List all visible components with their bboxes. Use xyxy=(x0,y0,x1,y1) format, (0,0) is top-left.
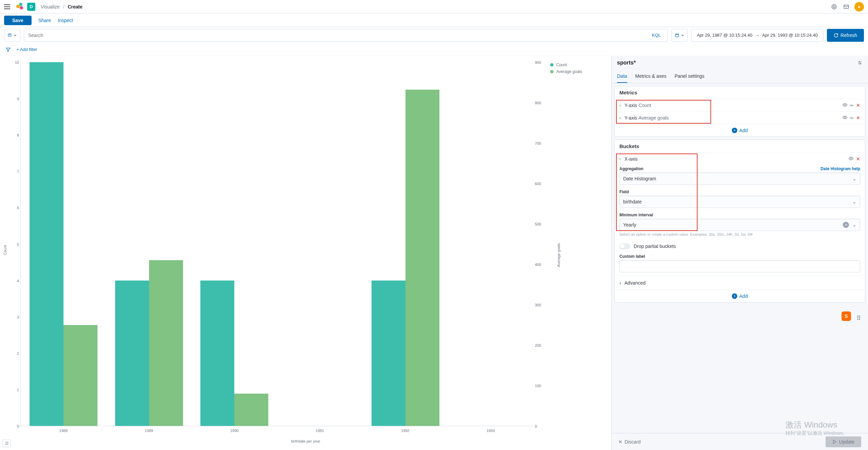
action-bar: Save Share Inspect xyxy=(0,14,868,27)
metric-row-count[interactable]: › Y-axis Count ═ ✕ xyxy=(615,99,865,111)
chart-bar[interactable] xyxy=(405,90,439,426)
float-badge[interactable]: S xyxy=(842,311,851,321)
query-options-button[interactable] xyxy=(4,29,20,42)
bucket-row-xaxis[interactable]: › X-axis ✕ xyxy=(615,152,865,165)
chart-bar[interactable] xyxy=(372,281,405,426)
panel-title: sports* xyxy=(617,60,636,66)
legend-item[interactable]: Count xyxy=(550,62,608,67)
chart-bar[interactable] xyxy=(149,260,183,426)
chart-plot[interactable]: 0123456789100100200300400500600700800900… xyxy=(20,62,533,426)
share-link[interactable]: Share xyxy=(38,18,51,23)
delete-icon[interactable]: ✕ xyxy=(856,156,860,162)
date-range[interactable]: Apr 29, 1987 @ 10:15:24.40 → Apr 29, 199… xyxy=(691,29,824,42)
aggregation-value: Date Histogram xyxy=(623,176,656,181)
metric-label: Y-axis xyxy=(625,103,637,108)
delete-icon[interactable]: ✕ xyxy=(856,115,860,121)
panel-tabs: Data Metrics & axes Panel settings xyxy=(612,70,868,83)
metric-label: Y-axis xyxy=(625,115,637,121)
clear-icon[interactable]: ✕ xyxy=(843,222,849,228)
space-badge[interactable]: D xyxy=(27,3,35,11)
chart-bar[interactable] xyxy=(64,325,97,426)
advanced-row[interactable]: › Advanced xyxy=(615,276,865,290)
drop-partial-label: Drop partial buckets xyxy=(634,244,676,249)
y-right-tick: 600 xyxy=(535,182,548,186)
y-left-tick: 0 xyxy=(5,424,19,428)
save-button[interactable]: Save xyxy=(4,16,32,25)
tab-panel-settings[interactable]: Panel settings xyxy=(674,70,704,83)
discard-label: Discard xyxy=(625,439,640,445)
tab-metrics-axes[interactable]: Metrics & axes xyxy=(635,70,667,83)
svg-point-1 xyxy=(833,6,835,8)
chart-legend: CountAverage goals xyxy=(550,62,608,76)
legend-label: Count xyxy=(556,62,567,67)
legend-toggle-icon[interactable] xyxy=(3,439,11,447)
add-metric-button[interactable]: + Add xyxy=(615,124,865,137)
y-right-tick: 100 xyxy=(535,384,548,388)
y-right-tick: 400 xyxy=(535,263,548,267)
svg-point-6 xyxy=(844,117,846,118)
y-right-tick: 0 xyxy=(535,424,548,428)
chart-bar[interactable] xyxy=(200,281,234,426)
y-left-tick: 8 xyxy=(5,133,19,137)
panel-header: sports* xyxy=(612,56,868,70)
inspect-link[interactable]: Inspect xyxy=(58,18,73,23)
svg-point-7 xyxy=(850,158,852,159)
tab-data[interactable]: Data xyxy=(617,70,627,83)
interval-select[interactable]: Yearly ✕ ⌄ xyxy=(619,219,860,231)
watermark-line1: 激活 Windows xyxy=(785,419,848,430)
panel-options-icon[interactable] xyxy=(857,60,863,66)
aggregation-help-link[interactable]: Date Histogram help xyxy=(820,166,860,171)
chart-bar[interactable] xyxy=(30,62,64,426)
field-select[interactable]: birthdate ⌄ xyxy=(619,196,860,208)
y-axis-right-label: Average goals xyxy=(557,243,561,267)
add-bucket-button[interactable]: + Add xyxy=(615,290,865,302)
interval-group: Minimum interval Yearly ✕ ⌄ Select an op… xyxy=(615,211,865,240)
discard-button[interactable]: ✕ Discard xyxy=(618,439,640,445)
breadcrumb-current: Create xyxy=(68,4,83,10)
chart-bar[interactable] xyxy=(234,394,268,426)
drag-icon[interactable]: ═ xyxy=(850,103,853,108)
filter-options-icon[interactable] xyxy=(4,46,12,54)
kql-badge[interactable]: KQL xyxy=(649,33,664,38)
date-quick-select[interactable] xyxy=(671,29,688,42)
app-logo[interactable] xyxy=(16,3,24,11)
search-box[interactable]: KQL xyxy=(24,29,668,42)
x-tick-label: 1992 xyxy=(401,429,409,433)
x-tick-label: 1989 xyxy=(145,429,153,433)
metrics-section: Metrics › Y-axis Count ═ ✕ › xyxy=(614,86,865,137)
advanced-label: Advanced xyxy=(625,280,646,286)
aggregation-select[interactable]: Date Histogram ⌄ xyxy=(619,173,860,185)
date-to: Apr 29, 1993 @ 10:15:24.40 xyxy=(762,33,818,38)
x-tick-label: 1991 xyxy=(316,429,324,433)
add-filter-link[interactable]: + Add filter xyxy=(16,47,37,52)
update-button[interactable]: Update xyxy=(826,436,861,447)
drop-partial-row: Drop partial buckets xyxy=(615,240,865,253)
newsfeed-icon[interactable] xyxy=(830,3,838,11)
search-input[interactable] xyxy=(28,33,649,38)
avatar[interactable]: e xyxy=(854,2,864,12)
legend-label: Average goals xyxy=(556,69,582,74)
chevron-right-icon: › xyxy=(619,115,621,121)
eye-icon[interactable] xyxy=(849,156,853,162)
delete-icon[interactable]: ✕ xyxy=(856,103,860,108)
refresh-button[interactable]: Refresh xyxy=(827,29,864,42)
eye-icon[interactable] xyxy=(843,103,847,108)
float-badge-menu-icon[interactable]: ⠿ xyxy=(856,316,861,321)
metric-row-avg-goals[interactable]: › Y-axis Average goals ═ ✕ xyxy=(615,111,865,124)
custom-label-label: Custom label xyxy=(619,254,860,259)
drag-icon[interactable]: ═ xyxy=(850,115,853,121)
mail-icon[interactable] xyxy=(842,3,850,11)
breadcrumb-root[interactable]: Visualize xyxy=(41,4,60,10)
chart-bar[interactable] xyxy=(115,281,149,426)
chevron-down-icon: ⌄ xyxy=(852,176,856,181)
chevron-down-icon: › xyxy=(617,158,623,160)
drop-partial-toggle[interactable] xyxy=(619,243,630,249)
metric-row-actions: ═ ✕ xyxy=(843,115,860,121)
eye-icon[interactable] xyxy=(843,115,847,121)
plus-icon: + xyxy=(732,128,737,133)
legend-item[interactable]: Average goals xyxy=(550,69,608,74)
menu-icon[interactable] xyxy=(4,3,12,11)
custom-label-input[interactable] xyxy=(619,260,860,272)
field-value: birthdate xyxy=(623,199,641,204)
custom-label-group: Custom label xyxy=(615,253,865,276)
